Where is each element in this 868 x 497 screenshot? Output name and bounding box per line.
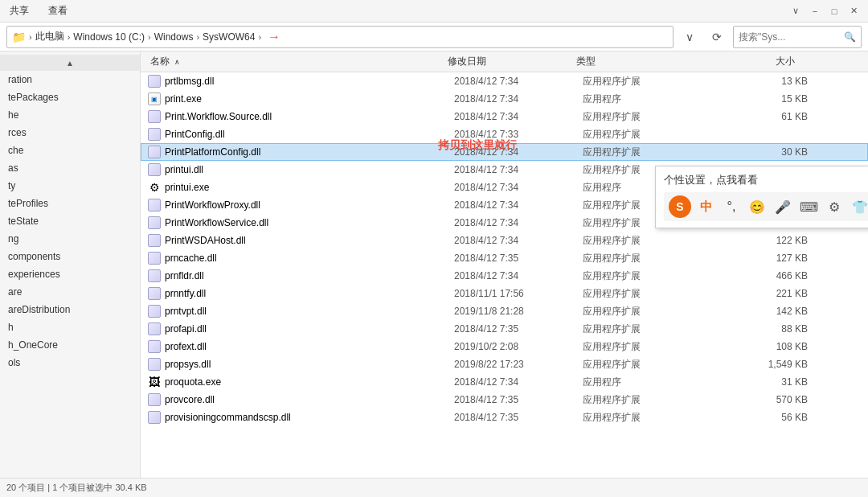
punct-icon[interactable]: °, bbox=[720, 195, 743, 218]
breadcrumb-syswow64[interactable]: SysWOW64 bbox=[203, 31, 255, 43]
file-type: 应用程序扩展 bbox=[583, 287, 727, 301]
file-date: 2018/11/1 17:56 bbox=[454, 288, 583, 299]
close-button[interactable]: ✕ bbox=[845, 3, 862, 19]
table-row[interactable]: ▣ print.exe 2018/4/12 7:34 应用程序 15 KB bbox=[141, 90, 868, 108]
shirt-icon[interactable]: 👕 bbox=[849, 195, 868, 218]
file-type: 应用程序扩展 bbox=[583, 234, 727, 248]
col-header-size[interactable]: 大小 bbox=[718, 55, 798, 68]
column-headers: 名称 ∧ 修改日期 类型 大小 bbox=[141, 51, 868, 72]
sidebar-item-as[interactable]: as bbox=[0, 159, 140, 177]
file-name: PrintWSDAHost.dll bbox=[165, 235, 454, 246]
sidebar-item-rces[interactable]: rces bbox=[0, 124, 140, 142]
file-icon bbox=[148, 252, 161, 265]
col-header-date[interactable]: 修改日期 bbox=[444, 55, 573, 68]
mic-icon[interactable]: 🎤 bbox=[772, 195, 794, 218]
file-name: prtlbmsg.dll bbox=[165, 76, 454, 87]
status-bar: 20 个项目 | 1 个项目被选中 30.4 KB bbox=[0, 478, 868, 497]
table-row[interactable]: PrintWSDAHost.dll 2018/4/12 7:34 应用程序扩展 … bbox=[141, 232, 868, 249]
sidebar-item-tepackages[interactable]: tePackages bbox=[0, 88, 140, 106]
table-row[interactable]: provisioningcommandscsp.dll 2018/4/12 7:… bbox=[141, 409, 868, 426]
breadcrumb[interactable]: 📁 › 此电脑 › Windows 10 (C:) › Windows › Sy… bbox=[6, 26, 674, 48]
sidebar-item-h[interactable]: h bbox=[0, 318, 140, 336]
sidebar-item-testate[interactable]: teState bbox=[0, 212, 140, 230]
sidebar-item-che[interactable]: che bbox=[0, 142, 140, 159]
sidebar-item-ty[interactable]: ty bbox=[0, 177, 140, 195]
table-row[interactable]: provcore.dll 2018/4/12 7:35 应用程序扩展 570 K… bbox=[141, 391, 868, 409]
table-row[interactable]: prnfldr.dll 2018/4/12 7:34 应用程序扩展 466 KB bbox=[141, 267, 868, 285]
table-row[interactable]: PrintPlatformConfig.dll 2018/4/12 7:34 应… bbox=[141, 143, 868, 161]
file-icon bbox=[148, 75, 161, 88]
search-icon: 🔍 bbox=[844, 31, 856, 43]
table-row[interactable]: 🖼 proquota.exe 2018/4/12 7:34 应用程序 31 KB bbox=[141, 373, 868, 391]
file-type: 应用程序扩展 bbox=[583, 305, 727, 318]
settings-icon[interactable]: ⚙ bbox=[823, 195, 845, 218]
file-type: 应用程序扩展 bbox=[583, 110, 727, 124]
col-header-type[interactable]: 类型 bbox=[573, 55, 718, 68]
sidebar-item-aredistribution[interactable]: areDistribution bbox=[0, 301, 140, 318]
table-row[interactable]: profext.dll 2019/10/2 2:08 应用程序扩展 108 KB bbox=[141, 338, 868, 355]
file-type: 应用程序扩展 bbox=[583, 75, 727, 88]
file-name: prnntfy.dll bbox=[165, 288, 454, 299]
sidebar-item-ration[interactable]: ration bbox=[0, 71, 140, 88]
file-icon bbox=[148, 358, 161, 371]
col-header-name[interactable]: 名称 ∧ bbox=[147, 55, 444, 68]
file-type: 应用程序扩展 bbox=[583, 340, 727, 354]
sogou-icon[interactable]: S bbox=[669, 195, 691, 218]
file-name: prncache.dll bbox=[165, 253, 454, 264]
menu-share[interactable]: 共享 bbox=[6, 2, 32, 19]
file-date: 2018/4/12 7:35 bbox=[454, 323, 583, 335]
breadcrumb-this-pc[interactable]: 此电脑 bbox=[35, 30, 64, 43]
breadcrumb-windows[interactable]: Windows bbox=[154, 31, 194, 43]
file-icon: ⚙ bbox=[148, 181, 161, 194]
sidebar-item-components[interactable]: components bbox=[0, 248, 140, 265]
sidebar-item-teprofiles[interactable]: teProfiles bbox=[0, 195, 140, 212]
file-icon: 🖼 bbox=[148, 376, 161, 388]
table-row[interactable]: Print.Workflow.Source.dll 2018/4/12 7:34… bbox=[141, 108, 868, 125]
file-icon bbox=[148, 163, 161, 176]
sidebar: ▲ ration tePackages he rces che as ty te… bbox=[0, 51, 141, 497]
sidebar-item-ols[interactable]: ols bbox=[0, 354, 140, 372]
file-size: 127 KB bbox=[727, 253, 808, 264]
table-row[interactable]: PrintConfig.dll 2018/4/12 7:33 应用程序扩展 bbox=[141, 125, 868, 143]
file-type: 应用程序 bbox=[583, 376, 727, 389]
file-icon: ▣ bbox=[148, 92, 161, 105]
file-date: 2018/4/12 7:34 bbox=[454, 235, 583, 246]
sidebar-item-are[interactable]: are bbox=[0, 283, 140, 301]
minimize-button[interactable]: − bbox=[807, 3, 823, 19]
file-icon bbox=[148, 287, 161, 300]
file-type: 应用程序 bbox=[583, 92, 727, 106]
sidebar-item-experiences[interactable]: experiences bbox=[0, 265, 140, 283]
menu-view[interactable]: 查看 bbox=[45, 2, 71, 19]
file-date: 2018/4/12 7:34 bbox=[454, 111, 583, 122]
table-row[interactable]: prncache.dll 2018/4/12 7:35 应用程序扩展 127 K… bbox=[141, 249, 868, 267]
file-name: PrintPlatformConfig.dll bbox=[165, 146, 454, 158]
file-date: 2018/4/12 7:34 bbox=[454, 217, 583, 228]
chevron-button[interactable]: ∨ bbox=[788, 3, 804, 19]
file-date: 2018/4/12 7:35 bbox=[454, 412, 583, 423]
table-row[interactable]: prntvpt.dll 2019/11/8 21:28 应用程序扩展 142 K… bbox=[141, 302, 868, 320]
sidebar-item-h-onecore[interactable]: h_OneCore bbox=[0, 336, 140, 354]
refresh-button[interactable]: ⟳ bbox=[706, 26, 728, 48]
file-size: 1,549 KB bbox=[727, 359, 808, 370]
table-row[interactable]: prnntfy.dll 2018/11/1 17:56 应用程序扩展 221 K… bbox=[141, 285, 868, 302]
file-date: 2019/11/8 21:28 bbox=[454, 306, 583, 317]
sidebar-item-he[interactable]: he bbox=[0, 106, 140, 124]
table-row[interactable]: prtlbmsg.dll 2018/4/12 7:34 应用程序扩展 13 KB bbox=[141, 72, 868, 90]
dropdown-button[interactable]: ∨ bbox=[678, 26, 701, 48]
file-name: prnfldr.dll bbox=[165, 270, 454, 281]
file-date: 2018/4/12 7:35 bbox=[454, 394, 583, 405]
keyboard-icon[interactable]: ⌨ bbox=[797, 195, 820, 218]
sidebar-item-ng[interactable]: ng bbox=[0, 230, 140, 248]
sidebar-scroll-up[interactable]: ▲ bbox=[0, 55, 140, 71]
file-type: 应用程序扩展 bbox=[583, 322, 727, 336]
file-size: 13 KB bbox=[727, 76, 808, 87]
search-input[interactable] bbox=[739, 31, 841, 43]
file-size: 61 KB bbox=[727, 111, 808, 122]
chinese-icon[interactable]: 中 bbox=[694, 195, 717, 218]
emoji-icon[interactable]: 😊 bbox=[746, 195, 768, 218]
table-row[interactable]: propsys.dll 2019/8/22 17:23 应用程序扩展 1,549… bbox=[141, 355, 868, 373]
search-box[interactable]: 🔍 bbox=[733, 26, 862, 48]
table-row[interactable]: profapi.dll 2018/4/12 7:35 应用程序扩展 88 KB bbox=[141, 320, 868, 338]
breadcrumb-drive[interactable]: Windows 10 (C:) bbox=[73, 31, 145, 43]
maximize-button[interactable]: □ bbox=[826, 3, 842, 19]
